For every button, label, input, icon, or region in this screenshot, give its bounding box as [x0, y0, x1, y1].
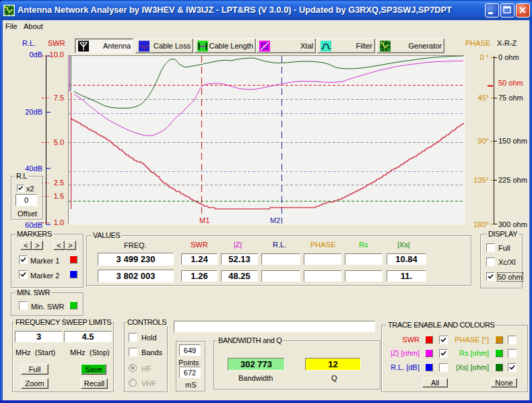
svg-text:M2: M2	[270, 216, 280, 224]
svg-text:M1: M1	[199, 216, 209, 224]
